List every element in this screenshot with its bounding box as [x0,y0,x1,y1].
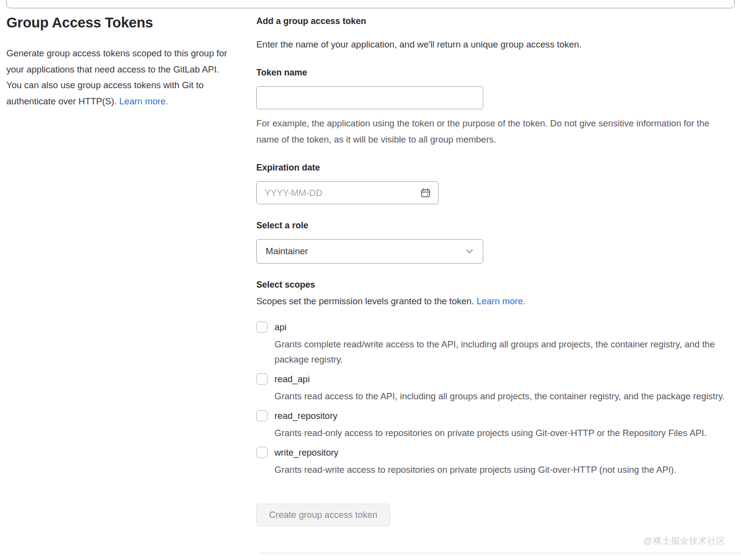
top-cropped-input[interactable] [6,0,735,8]
scope-name: write_repository [274,447,339,458]
token-name-label: Token name [256,68,732,78]
scope-checkbox-read-repository[interactable] [256,410,268,421]
role-selected-value: Maintainer [266,246,308,257]
expiration-date-input[interactable] [256,181,439,204]
select-scopes-label: Select scopes [256,280,732,290]
scope-row-write-repository: write_repository Grants read-write acces… [256,447,732,477]
scope-row-read-api: read_api Grants read access to the API, … [256,373,732,404]
token-name-help: For example, the application using the t… [256,116,719,147]
scope-description: Grants read-only access to repositories … [274,425,732,440]
scope-name: api [274,322,287,333]
create-token-button[interactable]: Create group access token [256,504,390,526]
learn-more-link[interactable]: Learn more. [119,96,168,106]
expiration-date-field [256,181,439,204]
scope-description: Grants read-write access to repositories… [274,462,732,477]
scopes-list: api Grants complete read/write access to… [256,321,732,477]
scope-description: Grants read access to the API, including… [274,389,732,404]
scope-checkbox-read-api[interactable] [256,373,268,385]
form-intro: Enter the name of your application, and … [256,39,732,50]
form-heading: Add a group access token [256,16,732,26]
scope-name: read_api [274,374,310,385]
settings-section-description: Group Access Tokens Generate group acces… [6,15,228,109]
scope-checkbox-api[interactable] [256,321,268,333]
watermark: @稀土掘金技术社区 [643,535,725,547]
chevron-down-icon [465,247,474,256]
scope-name: read_repository [274,411,338,421]
scopes-learn-more-link[interactable]: Learn more. [476,296,525,306]
section-description-1: Generate group access tokens scoped to t… [6,46,228,77]
scope-row-read-repository: read_repository Grants read-only access … [256,410,732,440]
token-name-input[interactable] [256,86,483,109]
scope-description: Grants complete read/write access to the… [274,337,732,367]
scope-checkbox-write-repository[interactable] [256,447,268,458]
page-title: Group Access Tokens [6,15,228,31]
role-select[interactable]: Maintainer [256,239,483,264]
select-role-label: Select a role [256,220,732,231]
scope-row-api: api Grants complete read/write access to… [256,321,732,367]
section-description-2: You can also use group access tokens wit… [6,77,228,109]
expiration-date-label: Expiration date [256,163,732,173]
scopes-intro: Scopes set the permission levels granted… [256,296,732,307]
bottom-divider [260,553,741,554]
add-token-form: Add a group access token Enter the name … [256,16,732,526]
